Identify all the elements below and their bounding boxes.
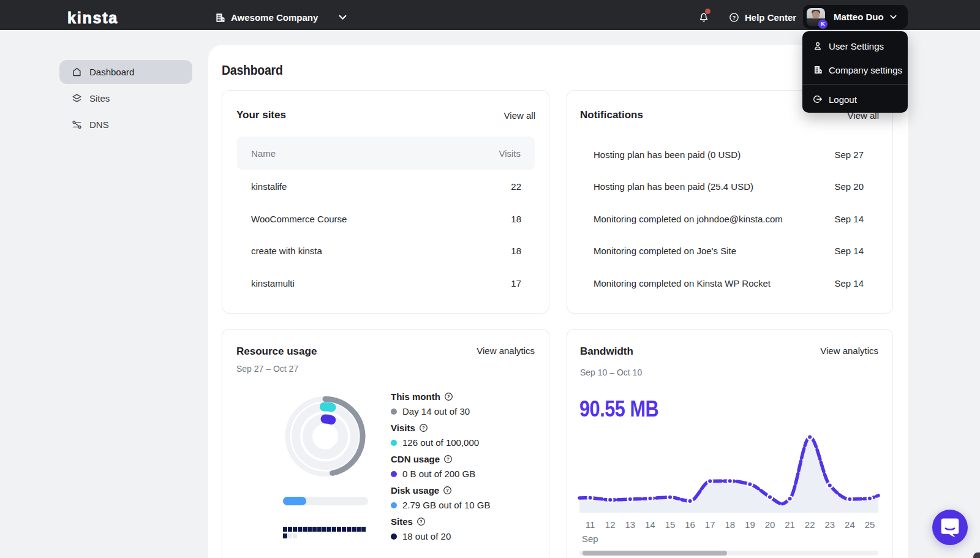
svg-text:?: ? (420, 519, 423, 524)
svg-text:kinsta: kinsta (67, 10, 118, 26)
svg-text:?: ? (733, 14, 736, 20)
svg-text:?: ? (446, 488, 449, 493)
svg-text:?: ? (447, 456, 450, 462)
svg-text:?: ? (422, 425, 425, 431)
svg-text:?: ? (447, 394, 450, 399)
